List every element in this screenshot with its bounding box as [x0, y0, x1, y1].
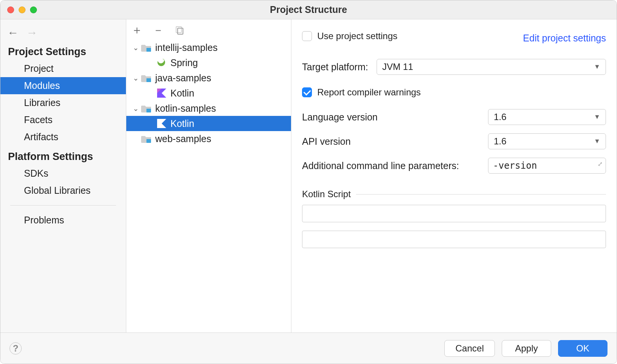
tree-row-label: Spring [170, 57, 198, 68]
chevron-down-icon: ▼ [594, 138, 600, 145]
tree-expander-icon[interactable]: ⌄ [131, 74, 141, 82]
tree-row[interactable]: Kotlin [126, 85, 291, 101]
modules-tree-panel: ＋ － ⌄intellij-samplesSpring⌄java-samples… [126, 19, 291, 332]
divider [356, 194, 606, 195]
tree-row[interactable]: ⌄java-samples [126, 70, 291, 85]
tree-expander-icon[interactable]: ⌄ [131, 104, 141, 113]
kotlin-script-field-1[interactable] [302, 205, 606, 222]
expand-icon[interactable]: ⤢ [598, 160, 603, 168]
kotlin-script-header: Kotlin Script [302, 189, 351, 199]
zoom-window-button[interactable] [30, 6, 37, 13]
tree-row-label: Kotlin [170, 88, 194, 99]
svg-rect-2 [146, 48, 151, 52]
tree-row[interactable]: Kotlin [126, 116, 291, 131]
copy-icon[interactable] [174, 25, 185, 35]
cancel-button[interactable]: Cancel [444, 340, 495, 357]
report-warnings-label: Report compiler warnings [317, 87, 421, 98]
sidebar-item-project[interactable]: Project [0, 60, 126, 77]
module-folder-icon [141, 103, 152, 113]
module-folder-icon [141, 134, 152, 144]
use-project-settings-checkbox[interactable] [302, 31, 312, 41]
sidebar-item-facets[interactable]: Facets [0, 111, 126, 128]
nav-forward-button[interactable]: → [26, 27, 38, 38]
kotlin-icon [156, 119, 167, 128]
close-window-button[interactable] [7, 6, 14, 13]
tree-row[interactable]: ⌄intellij-samples [126, 40, 291, 55]
sidebar: ← → Project Settings Project Modules Lib… [0, 19, 126, 332]
window-controls [7, 6, 37, 13]
svg-rect-1 [178, 28, 183, 34]
modules-tree[interactable]: ⌄intellij-samplesSpring⌄java-samplesKotl… [126, 38, 291, 332]
edit-project-settings-link[interactable]: Edit project settings [523, 33, 606, 44]
apply-button[interactable]: Apply [502, 340, 551, 357]
sidebar-item-global-libraries[interactable]: Global Libraries [0, 182, 126, 199]
nav-back-button[interactable]: ← [7, 27, 19, 38]
nav-history: ← → [0, 22, 126, 41]
tree-row[interactable]: ⌄kotlin-samples [126, 101, 291, 116]
target-platform-value: JVM 11 [382, 62, 413, 72]
additional-params-label: Additional command line parameters: [302, 160, 459, 171]
sidebar-item-libraries[interactable]: Libraries [0, 94, 126, 111]
chevron-down-icon: ▼ [594, 63, 600, 71]
sidebar-item-modules[interactable]: Modules [0, 77, 126, 94]
tree-toolbar: ＋ － [126, 19, 291, 38]
tree-expander-icon[interactable]: ⌄ [131, 43, 141, 52]
remove-icon[interactable]: － [153, 25, 164, 35]
sidebar-divider [10, 205, 116, 206]
svg-rect-0 [176, 27, 181, 33]
svg-rect-3 [146, 78, 151, 82]
sidebar-section-title: Project Settings [0, 41, 126, 60]
language-version-label: Language version [302, 112, 378, 123]
tree-row-label: kotlin-samples [155, 103, 216, 114]
sidebar-item-problems[interactable]: Problems [0, 212, 126, 229]
ok-button[interactable]: OK [558, 340, 607, 357]
minimize-window-button[interactable] [19, 6, 25, 13]
target-platform-label: Target platform: [302, 62, 368, 73]
help-button[interactable]: ? [10, 342, 22, 355]
language-version-select[interactable]: 1.6 ▼ [488, 109, 606, 125]
tree-row-label: java-samples [155, 73, 211, 84]
svg-rect-9 [146, 139, 151, 143]
tree-row[interactable]: web-samples [126, 131, 291, 146]
tree-row-label: web-samples [155, 133, 211, 144]
additional-params-input[interactable]: -version ⤢ [488, 158, 606, 174]
chevron-down-icon: ▼ [594, 113, 600, 121]
tree-row[interactable]: Spring [126, 55, 291, 70]
sidebar-item-artifacts[interactable]: Artifacts [0, 128, 126, 146]
dialog-footer: ? Cancel Apply OK [0, 332, 617, 364]
use-project-settings-label: Use project settings [317, 31, 398, 41]
sidebar-item-sdks[interactable]: SDKs [0, 165, 126, 182]
api-version-select[interactable]: 1.6 ▼ [488, 133, 606, 149]
spring-icon [156, 58, 167, 68]
target-platform-select[interactable]: JVM 11 ▼ [377, 59, 606, 75]
api-version-value: 1.6 [494, 136, 506, 147]
module-folder-icon [141, 43, 152, 52]
tree-row-label: intellij-samples [155, 42, 218, 53]
titlebar: Project Structure [0, 0, 617, 19]
details-panel: Use project settings Edit project settin… [291, 19, 617, 332]
report-warnings-checkbox[interactable] [302, 87, 312, 97]
kotlin-script-field-2[interactable] [302, 231, 606, 248]
module-folder-icon [141, 73, 152, 83]
svg-rect-6 [146, 109, 151, 112]
kotlin-icon [156, 88, 167, 98]
language-version-value: 1.6 [494, 112, 506, 122]
tree-row-label: Kotlin [170, 118, 194, 129]
project-structure-dialog: Project Structure ← → Project Settings P… [0, 0, 617, 364]
api-version-label: API version [302, 136, 351, 147]
additional-params-value: -version [493, 160, 537, 171]
add-icon[interactable]: ＋ [132, 25, 142, 35]
sidebar-section-title: Platform Settings [0, 146, 126, 165]
window-title: Project Structure [0, 4, 617, 15]
